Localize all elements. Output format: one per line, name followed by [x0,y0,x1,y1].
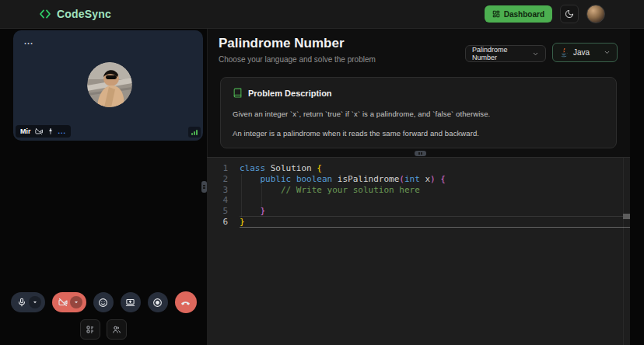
chevron-down-icon [32,299,38,305]
participant-name: Mir [20,127,31,135]
participants-button[interactable] [107,319,127,340]
screen-share-icon [125,298,135,308]
code-lines: class Solution { public boolean isPalind… [240,163,623,228]
dashboard-icon [492,10,500,18]
code-line[interactable]: class Solution { [240,163,623,174]
book-icon [233,88,243,98]
code-line[interactable]: } [240,217,623,228]
dashboard-button[interactable]: Dashboard [485,5,552,23]
java-icon [559,47,569,57]
screen-share-button[interactable] [121,292,141,312]
video-tile: ... Mir ... [13,30,203,141]
line-number: 4 [207,195,228,206]
camera-off-icon [35,127,43,135]
editor-gutter: 123456 [207,163,228,228]
header: CodeSync Dashboard [0,0,644,29]
whiteboard-button[interactable] [80,319,100,340]
scrollbar-handle[interactable] [623,214,630,219]
app-window: CodeSync Dashboard ... [0,0,644,345]
reactions-button[interactable] [93,292,114,312]
call-controls [0,291,207,313]
signal-strength-icon [188,127,201,138]
code-line[interactable] [240,195,623,206]
line-number: 2 [207,174,228,185]
camera-button[interactable] [52,292,86,312]
record-button[interactable] [148,292,168,312]
language-select-value: Java [573,48,590,57]
language-select[interactable]: Java [552,43,618,62]
app-logo: CodeSync [39,8,111,20]
dashboard-button-label: Dashboard [504,10,544,19]
code-line[interactable]: } [240,206,623,217]
participant-name-pill: Mir ... [16,125,71,138]
problem-paragraph: Given an integer `x`, return `true` if `… [233,110,604,118]
record-icon [152,298,163,308]
page-title: Palindrome Number [219,36,345,51]
participant-avatar [87,62,132,107]
problem-paragraph: An integer is a palindrome when it reads… [233,129,604,138]
problem-description-card: Problem Description Given an integer `x`… [220,77,617,148]
code-line[interactable]: public boolean isPalindrome(int x) { [240,174,623,185]
whiteboard-icon [86,325,95,334]
chevron-down-icon [73,299,79,305]
user-avatar[interactable] [586,5,605,23]
theme-toggle-button[interactable] [560,5,579,23]
tile-menu-button[interactable]: ... [24,38,33,44]
secondary-controls [0,319,207,340]
code-logo-icon [39,8,51,20]
mic-icon [17,298,26,307]
pin-icon[interactable] [47,127,54,135]
line-number: 6 [207,217,228,228]
problem-card-title: Problem Description [248,89,332,98]
app-title: CodeSync [57,8,111,20]
mic-options-button[interactable] [29,296,41,308]
vertical-resize-handle[interactable] [201,181,207,193]
editor-scrollbar[interactable] [623,158,630,345]
problem-card-header: Problem Description [233,88,604,98]
participant-more-button[interactable]: ... [58,129,67,134]
line-number: 5 [207,206,228,217]
horizontal-resize-handle[interactable] [415,151,426,156]
end-call-button[interactable] [175,291,197,313]
camera-off-icon [58,298,68,307]
chevron-down-icon [532,51,539,57]
line-number: 1 [207,163,228,174]
page-subtitle: Choose your language and solve the probl… [219,55,376,64]
line-number: 3 [207,185,228,196]
end-call-icon [180,298,191,308]
mic-button[interactable] [11,292,45,312]
participants-icon [112,325,121,334]
chevron-down-icon [604,49,611,56]
problem-select[interactable]: Palindrome Number [465,45,546,62]
code-editor[interactable]: 123456 class Solution { public boolean i… [207,157,630,345]
code-line[interactable]: // Write your solution here [240,185,623,196]
camera-options-button[interactable] [70,296,82,308]
emoji-icon [98,298,108,308]
moon-icon [565,9,574,19]
problem-select-value: Palindrome Number [472,46,532,61]
header-actions: Dashboard [485,5,605,23]
